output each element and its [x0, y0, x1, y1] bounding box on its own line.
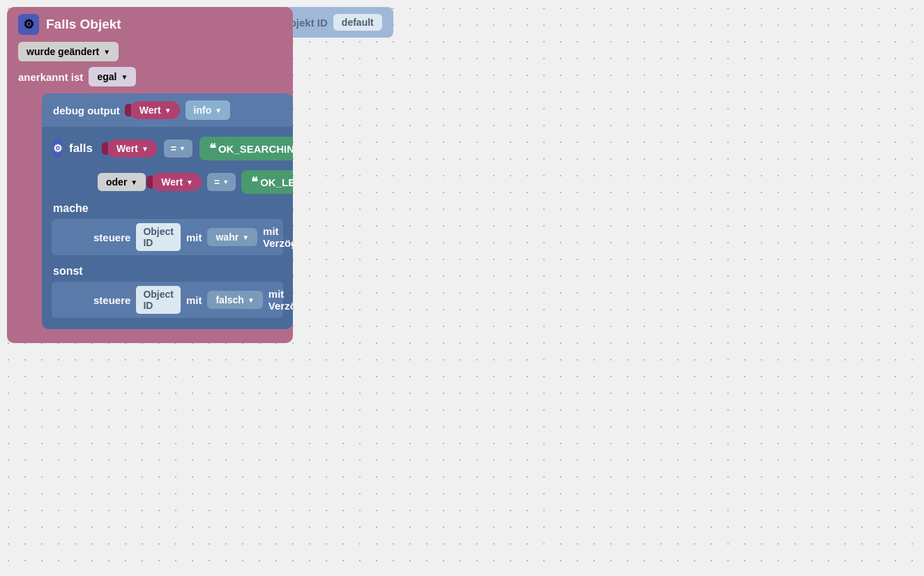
- oder-dropdown[interactable]: oder ▼: [98, 173, 146, 191]
- sonst-label: sonst: [42, 258, 293, 279]
- steuere-row-2: steuere Object ID mit falsch ▼ mit Verzö…: [52, 282, 283, 318]
- steuere1-label: steuere: [93, 232, 130, 243]
- wert-connector-2: [146, 176, 153, 188]
- egal-dropdown[interactable]: egal ▼: [89, 67, 136, 86]
- inner-blue-block: debug output Wert ▼ info ▼ ⚙ falls: [42, 93, 293, 329]
- block-title: Falls Objekt: [46, 17, 121, 32]
- mache-label: mache: [42, 198, 293, 216]
- steuere-row-1: steuere Object ID mit wahr ▼ mit Verzöge…: [52, 219, 283, 255]
- falsch-dropdown[interactable]: falsch ▼: [207, 291, 262, 309]
- string-block-2: ❝ OK_LEAVING ❞: [241, 170, 293, 194]
- mit1-label: mit: [186, 232, 202, 243]
- anerkannt-row: anerkannt ist egal ▼: [7, 64, 293, 93]
- debug-label: debug output: [53, 105, 120, 116]
- debug-row: debug output Wert ▼ info ▼: [42, 93, 293, 127]
- gear-icon: ⚙: [18, 14, 39, 35]
- wurde-row: wurde geändert ▼: [7, 39, 293, 64]
- mit-verz2-label: mit Verzögerung: [268, 288, 293, 312]
- chevron-down-icon-11: ▼: [248, 296, 255, 304]
- chevron-down-icon-7: ▼: [130, 179, 137, 186]
- gear-icon-falls: ⚙: [53, 139, 62, 158]
- mit-verz1-label: mit Verzögerung: [263, 225, 293, 249]
- wert-connector-1: [102, 142, 108, 155]
- falls-label: falls: [69, 142, 93, 156]
- workspace: ⚙ Falls Objekt wurde geändert ▼ anerkann…: [0, 0, 924, 576]
- eq-btn-1[interactable]: = ▼: [164, 139, 192, 158]
- falls-row: ⚙ falls Wert ▼ = ▼ ❝ OK_SEA: [42, 131, 293, 166]
- chevron-down-icon-4: ▼: [215, 107, 222, 114]
- open-quote-1: ❝: [209, 141, 216, 156]
- anerkannt-label: anerkannt ist: [18, 71, 83, 83]
- chevron-down-icon-6: ▼: [179, 145, 185, 152]
- open-quote-2: ❝: [251, 174, 258, 190]
- steuere2-label: steuere: [93, 294, 130, 306]
- wahr-dropdown[interactable]: wahr ▼: [207, 228, 257, 246]
- wurde-dropdown[interactable]: wurde geändert ▼: [18, 42, 119, 61]
- object-id-pill-1: Object ID: [136, 223, 181, 251]
- chevron-down-icon-2: ▼: [121, 73, 128, 81]
- wert-pill-debug: Wert ▼: [130, 101, 180, 119]
- objekt-id-value: default: [333, 14, 382, 31]
- chevron-down-icon-8: ▼: [186, 179, 193, 186]
- chevron-down-icon-10: ▼: [242, 234, 249, 241]
- chevron-down-icon: ▼: [103, 48, 110, 56]
- wert-pill-2: Wert ▼: [151, 173, 202, 191]
- oder-row: oder ▼ Wert ▼ = ▼ ❝: [42, 166, 293, 198]
- chevron-down-icon-5: ▼: [142, 145, 149, 153]
- chevron-down-icon-3: ▼: [165, 107, 172, 114]
- object-id-pill-2: Object ID: [136, 286, 181, 314]
- chevron-down-icon-9: ▼: [222, 179, 229, 185]
- falls-section: ⚙ falls Wert ▼ = ▼ ❝ OK_SEA: [42, 127, 293, 329]
- outer-block: ⚙ Falls Objekt wurde geändert ▼ anerkann…: [7, 7, 293, 343]
- string-block-1: ❝ OK_SEARCHING ❞: [199, 137, 293, 160]
- eq-btn-2[interactable]: = ▼: [207, 173, 236, 191]
- mit2-label: mit: [186, 294, 202, 306]
- wert-pill-1: Wert ▼: [107, 139, 157, 158]
- wert-connector-left: [125, 104, 131, 116]
- block-header: ⚙ Falls Objekt: [7, 7, 293, 39]
- info-dropdown[interactable]: info ▼: [185, 100, 231, 120]
